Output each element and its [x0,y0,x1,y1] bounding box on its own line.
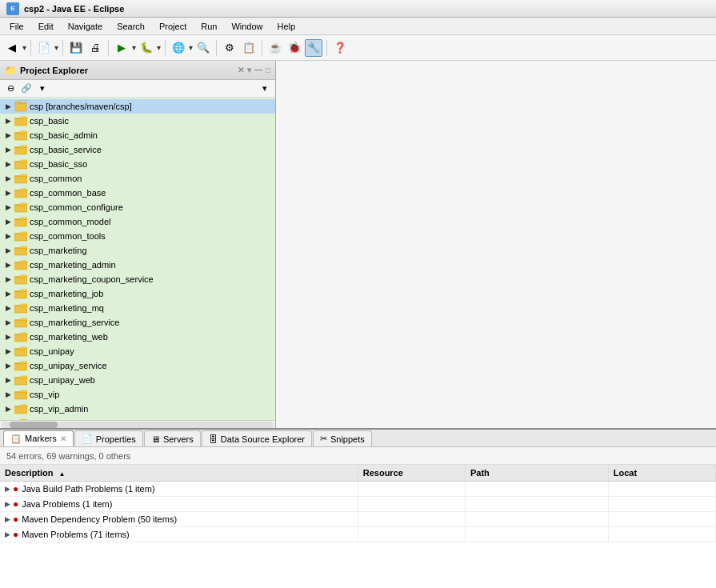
tree-item-csp-marketing-coupon[interactable]: ▶ csp_marketing_coupon_service [0,272,275,286]
tree-item-csp-basic-sso[interactable]: ▶ csp_basic_sso [0,157,275,171]
error-icon-maven-problems: ● [13,529,18,540]
new-button[interactable]: 📄 [35,39,53,57]
search-button[interactable]: 🔍 [194,39,212,57]
marker-row-java-problems[interactable]: ▶ ● Java Problems (1 item) [0,496,716,511]
markers-table-container[interactable]: Description ▲ Resource Path Locat [0,465,716,588]
collapse-all-button[interactable]: ⊖ [3,82,18,96]
editor-area [276,61,716,428]
debug-button[interactable]: 🐛 [138,39,155,57]
expand-arrow-maven-problems[interactable]: ▶ [5,530,10,538]
tree-item-csp-basic[interactable]: ▶ csp_basic [0,114,275,128]
marker-row-java-build[interactable]: ▶ ● Java Build Path Problems (1 item) [0,481,716,496]
view-menu-button[interactable]: ▾ [258,82,272,96]
run-button[interactable]: ▶ [113,39,130,57]
marker-row-maven-problems[interactable]: ▶ ● Maven Problems (71 items) [0,526,716,542]
minimize-button[interactable]: — [254,66,262,74]
hscroll-thumb[interactable] [10,422,58,428]
new-dropdown-button[interactable]: ▾ [35,82,50,96]
tree-item-csp-marketing-service[interactable]: ▶ csp_marketing_service [0,315,275,330]
tab-servers[interactable]: 🖥 Servers [144,430,201,446]
tree-item-csp-common[interactable]: ▶ csp_common [0,171,275,186]
tab-markers[interactable]: 📋 Markers ✕ [3,430,74,446]
maximize-button[interactable]: □ [266,66,270,74]
tree-item-csp-marketing-admin[interactable]: ▶ csp_marketing_admin [0,258,275,272]
tree-item-label: csp_vip_admin [30,404,88,414]
tab-properties[interactable]: 📄 Properties [74,430,143,446]
expand-arrow-java-problems[interactable]: ▶ [5,500,10,508]
tree-item-label: csp_marketing_mq [30,303,104,313]
folder-icon [14,145,27,155]
error-icon-java-problems: ● [13,498,18,510]
tree-item-csp-common-configure[interactable]: ▶ csp_common_configure [0,200,275,214]
help-button[interactable]: ❓ [331,39,349,57]
tree-hscrollbar[interactable] [0,420,275,428]
tree-item-csp-marketing-job[interactable]: ▶ csp_marketing_job [0,286,275,301]
tree-item-csp-unipay-web[interactable]: ▶ csp_unipay_web [0,373,275,387]
save-button[interactable]: 💾 [67,39,85,57]
toolbar-sep-1 [30,40,31,56]
col-location[interactable]: Locat [608,465,715,481]
col-description[interactable]: Description ▲ [0,465,358,481]
toolbar-sep-3 [108,40,109,56]
folder-icon [14,289,27,299]
debug-perspective[interactable]: 🐞 [286,39,303,57]
tree-item-label: csp_basic_admin [30,130,98,140]
tree-item-csp-main[interactable]: ▶ csp [branches/maven/csp] [0,99,275,114]
menu-window[interactable]: Window [225,20,269,33]
col-path[interactable]: Path [465,465,608,481]
folder-icon [14,390,27,400]
debug-dropdown[interactable]: ▾ [157,43,161,52]
tree-item-csp-marketing-web[interactable]: ▶ csp_marketing_web [0,330,275,344]
link-editor-button[interactable]: 🔗 [19,82,34,96]
tasks-button[interactable]: 📋 [240,39,258,57]
jee-perspective[interactable]: 🔧 [305,39,322,57]
menu-search[interactable]: Search [110,20,151,33]
run-dropdown[interactable]: ▾ [132,43,136,52]
menu-file[interactable]: File [3,20,30,33]
menu-help[interactable]: Help [271,20,302,33]
tab-datasource[interactable]: 🗄 Data Source Explorer [202,430,312,446]
tree-item-csp-unipay[interactable]: ▶ csp_unipay [0,344,275,358]
menu-edit[interactable]: Edit [32,20,60,33]
tree-item-csp-marketing[interactable]: ▶ csp_marketing [0,243,275,258]
toolbar-sep-7 [326,40,327,56]
tree-item-label: csp_unipay_service [30,361,107,370]
tree-item-csp-common-base[interactable]: ▶ csp_common_base [0,186,275,200]
external-dropdown[interactable]: ▾ [189,43,193,52]
toolbar-sep-5 [216,40,217,56]
minimize-panel-button[interactable]: ✕ [238,66,244,74]
tree-item-csp-vip[interactable]: ▶ csp_vip [0,387,275,402]
menu-project[interactable]: Project [153,20,193,33]
back-dropdown[interactable]: ▾ [22,43,26,52]
project-tree[interactable]: ▶ csp [branches/maven/csp] ▶ csp_b [0,98,275,420]
tree-item-label: csp_marketing_service [30,318,120,327]
tree-item-csp-basic-admin[interactable]: ▶ csp_basic_admin [0,128,275,142]
close-markers-tab[interactable]: ✕ [60,434,66,443]
new-dropdown[interactable]: ▾ [54,43,58,52]
external-button[interactable]: 🌐 [170,39,187,57]
tree-item-csp-vip-admin[interactable]: ▶ csp_vip_admin [0,402,275,416]
java-perspective[interactable]: ☕ [266,39,284,57]
menu-navigate[interactable]: Navigate [62,20,109,33]
resource-cell [358,511,465,526]
marker-row-maven-dependency[interactable]: ▶ ● Maven Dependency Problem (50 items) [0,511,716,526]
panel-menu-button[interactable]: ▾ [247,66,251,74]
tree-item-label: csp_common [30,174,82,183]
tree-item-csp-common-model[interactable]: ▶ csp_common_model [0,214,275,229]
print-button[interactable]: 🖨 [86,39,104,57]
menu-run[interactable]: Run [194,20,223,33]
tree-item-csp-marketing-mq[interactable]: ▶ csp_marketing_mq [0,301,275,315]
console-button[interactable]: ⚙ [221,39,238,57]
expand-arrow-java-build[interactable]: ▶ [5,485,10,493]
tree-item-csp-common-tools[interactable]: ▶ csp_common_tools [0,229,275,243]
tree-item-csp-basic-service[interactable]: ▶ csp_basic_service [0,142,275,157]
tree-item-label: csp_basic [30,116,69,126]
tab-snippets[interactable]: ✂ Snippets [313,430,372,446]
properties-icon: 📄 [82,434,93,444]
back-button[interactable]: ◀ [3,39,21,57]
expand-arrow-maven-dependency[interactable]: ▶ [5,515,10,523]
col-resource[interactable]: Resource [358,465,465,481]
folder-icon [14,174,27,184]
tree-item-label: csp_unipay [30,346,74,356]
tree-item-csp-unipay-service[interactable]: ▶ csp_unipay_service [0,358,275,373]
